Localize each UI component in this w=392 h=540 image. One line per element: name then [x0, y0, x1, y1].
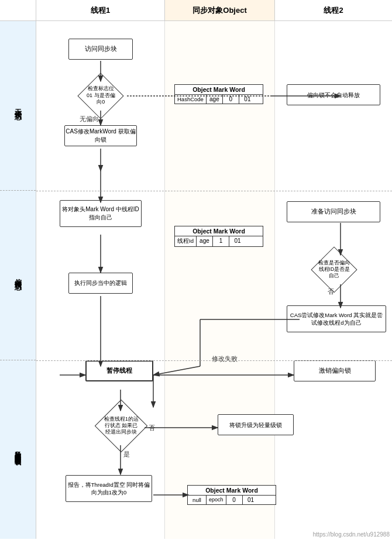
omw3-cell-1: epoch: [207, 496, 226, 504]
columns-area: 访问同步块 检查标志位01 与是否偏向0 无偏向 CAS修改MarkWord 获…: [36, 21, 392, 539]
omw1-cell-3: 01: [239, 95, 256, 104]
omw1-cell-2: 0: [223, 95, 239, 104]
omw1-cell-0: HashCode: [175, 95, 207, 104]
box-pause-thread: 暂停线程: [85, 360, 153, 381]
section-divider-2: [36, 360, 392, 361]
box-no-auto-release: 偏向锁不会自动释放: [287, 84, 380, 105]
omw3-cell-3: 01: [243, 496, 259, 504]
label-section3-yes: 是: [123, 450, 130, 459]
section3-label: 释放偏向锁或者升级为轻量级锁: [0, 360, 36, 539]
box-cas-try-modify: CAS尝试修改Mark Word 其实就是尝试修改线程d为自己: [287, 305, 386, 332]
label-modify-fail: 修改失败: [212, 355, 238, 363]
omw2-title: Object Mark Word: [175, 226, 263, 236]
box-cas-markword: CAS修改MarkWord 获取偏向锁: [64, 125, 137, 146]
omw1-title: Object Mark Word: [175, 85, 263, 95]
box-upgrade-lock: 将锁升级为轻量级锁: [218, 414, 294, 435]
header-col3: 线程2: [275, 0, 392, 20]
left-labels: 无锁状态 偏向锁状态 释放偏向锁或者升级为轻量级锁: [0, 21, 36, 539]
omw3-cell-0: null: [188, 496, 207, 504]
omw2-cell-3: 01: [229, 236, 246, 246]
omw1-table: HashCode age 0 01: [175, 95, 263, 104]
box-report-threadid: 报告，将ThreadId置空 同时将偏向为由1改为0: [66, 475, 152, 502]
omw2-cell-1: age: [197, 236, 213, 246]
label-section3-no: 否: [149, 424, 155, 432]
omw3-box: Object Mark Word null epoch 0 01: [187, 485, 276, 505]
section2-label: 偏向锁状态: [0, 191, 36, 360]
omw2-table: 线程Id age 1 01: [175, 236, 263, 246]
diamond-check-thread1-state: 检查线程1的运行状态 如果已经退出同步块: [83, 406, 159, 446]
label-section2-no: 否: [328, 287, 334, 296]
box-revoke-bias: 激销偏向锁: [294, 360, 376, 381]
section1-label: 无锁状态: [0, 21, 36, 191]
omw1-cell-1: age: [207, 95, 223, 104]
omw1-box: Object Mark Word HashCode age 0 01: [174, 84, 263, 104]
box-prepare-sync: 准备访问同步块: [287, 201, 380, 222]
header-col1: 线程1: [36, 0, 165, 20]
omw2-cell-0: 线程Id: [175, 236, 197, 246]
box-visit-sync: 访问同步块: [68, 39, 133, 60]
diamond-check-flag: 检查标志位01 与是否偏向0: [71, 80, 130, 112]
main-area: 无锁状态 偏向锁状态 释放偏向锁或者升级为轻量级锁: [0, 21, 392, 539]
header-col2: 同步对象Object: [165, 0, 275, 20]
omw2-box: Object Mark Word 线程Id age 1 01: [174, 226, 263, 247]
omw2-cell-2: 1: [213, 236, 229, 246]
box-execute-logic: 执行同步当中的逻辑: [68, 273, 133, 294]
header-left-spacer: [0, 0, 36, 20]
omw3-cell-2: 0: [226, 496, 243, 504]
omw3-title: Object Mark Word: [188, 486, 276, 496]
watermark: https://blog.csdn.net/u912988: [313, 531, 390, 538]
label-no-bias: 无偏向: [80, 115, 99, 123]
diamond-check-bias-thread: 检查是否偏向 线程ID是否是自己: [308, 253, 360, 287]
diagram-container: 线程1 同步对象Object 线程2 无锁状态 偏向锁状态 释放偏向锁或者升级为…: [0, 0, 392, 540]
box-set-markword-threadid: 将对象头Mark Word 中线程ID指向自己: [60, 200, 142, 227]
section-divider-1: [36, 191, 392, 191]
header-row: 线程1 同步对象Object 线程2: [0, 0, 392, 21]
omw3-table: null epoch 0 01: [188, 496, 276, 504]
